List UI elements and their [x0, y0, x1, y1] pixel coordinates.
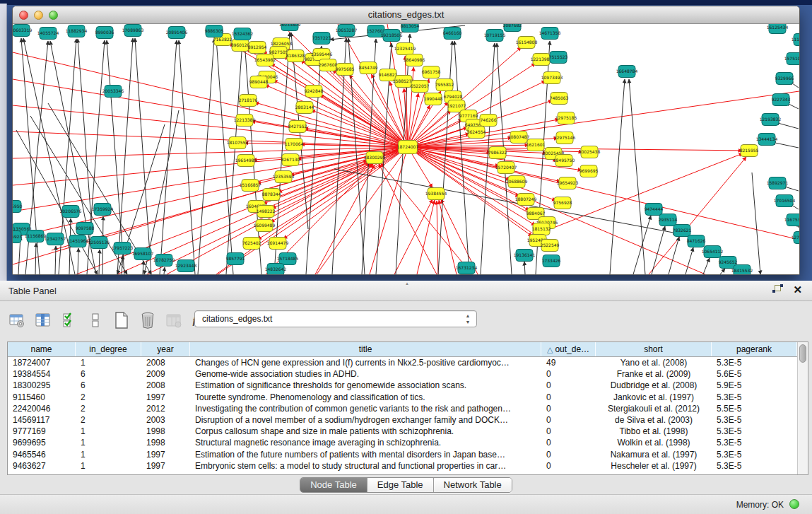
graph-node[interactable]: 16914479 [267, 238, 289, 250]
cell-year[interactable]: 1998 [141, 426, 190, 437]
cell-pagerank[interactable]: 5.5E-5 [712, 403, 797, 414]
new-table-button[interactable] [112, 310, 131, 330]
graph-node[interactable]: 12505135 [88, 237, 110, 249]
graph-node[interactable]: 1498222 [257, 206, 276, 218]
graph-node[interactable]: 12975146 [554, 132, 576, 144]
graph-node[interactable]: 8267130 [281, 154, 300, 166]
cell-name[interactable]: 9115460 [8, 392, 76, 403]
graph-node[interactable]: 10807487 [508, 132, 530, 144]
cell-out_degree[interactable]: 0 [541, 426, 596, 437]
graph-node[interactable]: 12353594 [273, 171, 295, 183]
graph-node[interactable]: 1815132 [532, 223, 551, 235]
select-functions-button[interactable] [59, 310, 79, 330]
graph-node[interactable]: 746266 [480, 115, 497, 127]
table-settings-button[interactable] [7, 310, 27, 330]
graph-node[interactable]: 14671358 [539, 28, 561, 40]
graph-node[interactable]: 15720407 [495, 162, 517, 174]
graph-node[interactable]: 20053346 [102, 86, 124, 98]
graph-node[interactable]: 8990036 [95, 27, 114, 39]
cell-short[interactable]: Jankovic et al. (1997) [596, 392, 712, 403]
graph-node[interactable]: 12710554 [792, 232, 799, 244]
cell-pagerank[interactable]: 5.3E-5 [712, 437, 797, 448]
graph-node[interactable]: 7955812 [435, 79, 454, 91]
graph-node[interactable]: 19654985 [235, 155, 257, 167]
graph-node[interactable]: 6522057 [411, 81, 430, 93]
table-row[interactable]: 1938455462009Genome-wide association stu… [8, 368, 797, 380]
graph-node[interactable]: 2803144 [295, 102, 314, 114]
cell-out_degree[interactable]: 0 [541, 437, 596, 448]
close-window-button[interactable] [19, 11, 28, 20]
cell-in_degree[interactable]: 1 [76, 437, 141, 448]
column-header-out_degree[interactable]: △out_de… [541, 342, 596, 356]
cell-name[interactable]: 9463627 [8, 460, 76, 472]
float-panel-icon[interactable] [772, 284, 783, 295]
cell-title[interactable]: Changes of HCN gene expression and I(f) … [190, 357, 541, 368]
graph-node[interactable]: 9097588 [76, 223, 95, 235]
graph-node[interactable]: 12325419 [394, 43, 416, 55]
splitter-grip[interactable]: ▴ [404, 281, 411, 285]
graph-node[interactable]: 2526950 [13, 201, 23, 213]
column-header-short[interactable]: short [596, 342, 712, 356]
table-row[interactable]: 1456911722003Disruption of a novel membe… [8, 414, 797, 426]
graph-node[interactable]: 8454749 [359, 62, 378, 74]
graph-node[interactable]: 16543982 [254, 54, 276, 66]
graph-node[interactable]: 10688609 [506, 176, 528, 188]
zoom-window-button[interactable] [49, 11, 58, 20]
graph-node[interactable]: 9975685 [336, 64, 355, 76]
graph-node[interactable]: 7832621 [673, 225, 692, 237]
cell-title[interactable]: Estimation of the future numbers of pati… [190, 449, 541, 460]
cell-short[interactable]: Hescheler et al. (1997) [596, 460, 712, 472]
graph-node[interactable]: 15324362 [232, 28, 254, 40]
graph-node[interactable]: 10025438 [579, 146, 601, 158]
graph-node[interactable]: 18107554 [227, 137, 249, 149]
graph-node[interactable]: 16958107 [132, 248, 154, 260]
tab-edge-table[interactable]: Edge Table [367, 478, 434, 492]
cell-short[interactable]: Dudbridge et al. (2008) [596, 380, 712, 391]
graph-node[interactable]: 1733426 [542, 255, 561, 267]
cell-in_degree[interactable]: 6 [76, 380, 141, 391]
cell-out_degree[interactable]: 0 [541, 414, 596, 426]
graph-node[interactable]: 10719155 [484, 30, 506, 42]
cell-name[interactable]: 18300295 [8, 380, 76, 391]
table-row[interactable]: 2242004622012Investigating the contribut… [8, 403, 797, 414]
cell-out_degree[interactable]: 0 [541, 403, 596, 414]
cell-short[interactable]: Nakamura et al. (1997) [596, 449, 712, 460]
table-selector-dropdown[interactable]: citations_edges.txt ▲▼ [194, 310, 477, 327]
cell-in_degree[interactable]: 1 [76, 426, 141, 437]
graph-node[interactable]: 19218506 [381, 30, 403, 42]
network-canvas[interactable]: 1872400718300295193845547163822896012889… [13, 24, 799, 274]
graph-node[interactable]: 7625402 [242, 238, 261, 250]
graph-node[interactable]: 19136141 [514, 250, 536, 262]
cell-title[interactable]: Genome-wide association studies in ADHD. [190, 368, 541, 380]
graph-node[interactable]: 12213389 [234, 115, 256, 127]
graph-node[interactable]: 9474444 [645, 204, 664, 216]
graph-node[interactable]: 8912954 [248, 42, 267, 54]
cell-short[interactable]: de Silva et al. (2003) [596, 414, 712, 426]
cell-out_degree[interactable]: 49 [541, 357, 596, 368]
table-row[interactable]: 1872400712008Changes of HCN gene express… [8, 357, 797, 368]
cell-short[interactable]: Franke et al. (2009) [596, 368, 712, 380]
graph-node[interactable]: 6466160 [443, 28, 462, 40]
cell-year[interactable]: 2009 [141, 368, 190, 380]
column-header-name[interactable]: name [8, 342, 76, 356]
graph-node[interactable]: 9227343 [772, 94, 791, 106]
cell-pagerank[interactable]: 5.3E-5 [712, 357, 797, 368]
delete-table-button[interactable] [138, 310, 158, 330]
cell-pagerank[interactable]: 5.3E-5 [712, 460, 797, 472]
graph-node[interactable]: 2935114 [659, 214, 678, 226]
graph-node[interactable]: 17089863 [122, 25, 144, 37]
graph-node[interactable]: 6961758 [422, 66, 441, 78]
graph-node[interactable]: 11121943 [792, 34, 799, 46]
graph-node[interactable]: 16731234 [456, 262, 478, 274]
cell-year[interactable]: 1997 [141, 460, 190, 472]
graph-node[interactable]: 14055724 [37, 28, 59, 40]
graph-node[interactable]: 9857791 [226, 253, 245, 265]
graph-node[interactable]: 14832642 [265, 264, 287, 275]
cell-title[interactable]: Corpus callosum shape and size in male p… [190, 426, 541, 437]
unselect-all-button[interactable] [86, 310, 105, 330]
graph-node[interactable]: 8878344 [262, 189, 281, 201]
show-columns-button[interactable] [33, 310, 53, 330]
cell-short[interactable]: Tibbo et al. (1998) [596, 426, 712, 437]
graph-node[interactable]: 11882934 [66, 25, 88, 37]
graph-node[interactable]: 8471626 [687, 235, 706, 247]
